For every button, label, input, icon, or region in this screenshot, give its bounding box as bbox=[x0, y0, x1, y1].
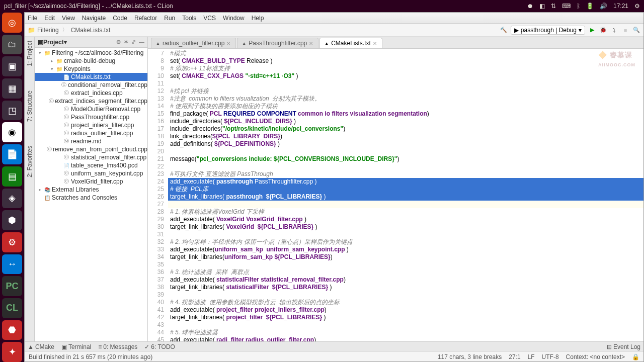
launcher-files-icon[interactable]: 🗂 bbox=[2, 35, 22, 55]
launcher-chrome-icon[interactable]: ◉ bbox=[2, 122, 22, 142]
tree-item[interactable]: ⓒremove_nan_from_point_cloud.cpp bbox=[35, 145, 147, 153]
close-icon[interactable]: ✕ bbox=[226, 41, 230, 46]
tree-item[interactable]: Ⓜreadme.md bbox=[35, 137, 147, 145]
tree-item[interactable]: ▾📁Keypoints bbox=[35, 65, 147, 73]
menu-navigate[interactable]: Navigate bbox=[82, 15, 106, 22]
status-enc[interactable]: UTF-8 bbox=[542, 353, 559, 360]
launcher-dash-icon[interactable]: ◎ bbox=[2, 13, 22, 33]
tree-item[interactable]: ⓒconditional_removal_filter.cpp bbox=[35, 81, 147, 89]
menubar: File Edit View Navigate Code Refactor Ru… bbox=[25, 13, 643, 24]
tree-item[interactable]: ⓒproject_inliers_filter.cpp bbox=[35, 121, 147, 129]
tray-bluetooth-icon[interactable]: ᛒ bbox=[577, 3, 580, 10]
tray-volume-icon[interactable]: 🔊 bbox=[600, 3, 607, 10]
menu-window[interactable]: Window bbox=[223, 15, 245, 22]
tray-app-icon[interactable]: ◧ bbox=[539, 3, 545, 10]
tree-item[interactable]: ⓒradius_outlier_filter.cpp bbox=[35, 129, 147, 137]
launcher-writer-icon[interactable]: 📄 bbox=[2, 144, 22, 164]
gear-icon[interactable]: ✶ bbox=[124, 39, 128, 45]
tree-item[interactable]: ⓒextract_indices.cpp bbox=[35, 89, 147, 97]
menu-code[interactable]: Code bbox=[113, 15, 127, 22]
tray-record-icon[interactable]: ⏺ bbox=[527, 3, 533, 10]
launcher-app5-icon[interactable]: ⬣ bbox=[2, 320, 22, 340]
attach-button[interactable]: ⤵ bbox=[610, 26, 618, 34]
menu-refactor[interactable]: Refactor bbox=[134, 15, 157, 22]
run-button[interactable]: ▶ bbox=[588, 26, 596, 34]
editor-tab[interactable]: ▲radius_outlier_filter.cpp✕ bbox=[151, 38, 236, 48]
crumb-folder-icon[interactable]: 📁 bbox=[28, 27, 35, 34]
tray-network-icon[interactable]: ⇅ bbox=[551, 3, 556, 10]
btab-cmake[interactable]: ▲ CMake bbox=[28, 343, 54, 350]
btab-messages[interactable]: ≡ 0: Messages bbox=[98, 343, 137, 350]
editor-tab[interactable]: ▲PassThroughfilter.cpp✕ bbox=[237, 38, 318, 48]
menu-vcs[interactable]: VCS bbox=[203, 15, 216, 22]
tree-scratches[interactable]: 📋Scratches and Consoles bbox=[35, 194, 147, 202]
btab-todo[interactable]: ✓ 6: TODO bbox=[144, 343, 175, 350]
close-icon[interactable]: ✕ bbox=[309, 41, 313, 46]
tree-item[interactable]: ▸📁cmake-build-debug bbox=[35, 57, 147, 65]
crumb-file[interactable]: CMakeLists.txt bbox=[71, 27, 111, 34]
breadcrumb: 📁 Filtering 〉 CMakeLists.txt bbox=[28, 26, 110, 34]
stop-button[interactable]: ■ bbox=[621, 26, 629, 34]
tree-item[interactable]: ⓒVoxelGrid_filter.cpp bbox=[35, 177, 147, 186]
status-sep[interactable]: LF bbox=[528, 353, 535, 360]
launcher-app6-icon[interactable]: ✦ bbox=[2, 342, 22, 362]
launcher-app-icon[interactable]: ▦ bbox=[2, 78, 22, 99]
tray-lang-icon[interactable]: ⌨ bbox=[562, 3, 571, 10]
minimize-icon[interactable]: — bbox=[139, 39, 144, 45]
status-lock-icon[interactable]: 🔒 bbox=[632, 353, 639, 360]
sidetab-structure[interactable]: 7: Structure bbox=[26, 88, 33, 124]
crumb-sep-icon: 〉 bbox=[62, 26, 68, 34]
launcher-app3-icon[interactable]: ◈ bbox=[2, 189, 22, 209]
event-log[interactable]: ⊟ Event Log bbox=[607, 343, 640, 350]
code-content[interactable]: #模式set( CMAKE_BUILD_TYPE Release )# 添加c+… bbox=[168, 49, 643, 341]
status-ctx[interactable]: Context: <no context> bbox=[566, 353, 625, 360]
tray-battery-icon[interactable]: 🔋 bbox=[586, 3, 594, 10]
tree-item[interactable]: ⓒPassThroughfilter.cpp bbox=[35, 113, 147, 121]
tray-clock[interactable]: 17:21 bbox=[613, 3, 628, 10]
bottom-toolwindow-bar: ▲ CMake ▣ Terminal ≡ 0: Messages ✓ 6: TO… bbox=[25, 341, 643, 351]
run-target-icon: ▶ bbox=[514, 27, 519, 34]
launcher-terminal-icon[interactable]: ▣ bbox=[2, 56, 22, 76]
run-config-label: passthrough | Debug bbox=[521, 27, 577, 34]
tree-item[interactable]: ⓒextract_indices_segment_filter.cpp bbox=[35, 97, 147, 105]
system-tray: ⏺ ◧ ⇅ ⌨ ᛒ 🔋 🔊 17:21 ⚙ bbox=[527, 3, 640, 10]
sidetab-project[interactable]: 1: Project bbox=[26, 39, 33, 68]
menu-edit[interactable]: Edit bbox=[44, 15, 55, 22]
window-title: pcl_filter [~/scz/aiimooc-3d/Filtering] … bbox=[4, 3, 173, 10]
build-icon[interactable]: 🔨 bbox=[500, 26, 508, 34]
tree-item[interactable]: ⓒuniform_sam_keypoint.cpp bbox=[35, 169, 147, 177]
launcher-calc-icon[interactable]: ▤ bbox=[2, 166, 22, 187]
launcher-settings-icon[interactable]: ⚙ bbox=[2, 232, 22, 252]
tree-item[interactable]: 📄CMakeLists.txt bbox=[35, 73, 147, 81]
menu-run[interactable]: Run bbox=[164, 15, 175, 22]
launcher-app4-icon[interactable]: ⬢ bbox=[2, 210, 22, 230]
launcher-pycharm-icon[interactable]: PC bbox=[2, 276, 22, 296]
project-tree[interactable]: ▾📁Filtering ~/scz/aiimooc-3d/Filtering ▸… bbox=[35, 48, 147, 341]
code-area[interactable]: 🔶 睿慕课AIIMOOC.COM 78910111213141516171819… bbox=[148, 49, 643, 341]
status-message: Build finished in 21 s 657 ms (20 minute… bbox=[29, 353, 152, 360]
run-config-selector[interactable]: ▶ passthrough | Debug ▾ bbox=[511, 26, 585, 35]
tree-item[interactable]: ⓒstatistical_removal_filter.cpp bbox=[35, 153, 147, 161]
tree-external-libs[interactable]: ▸📚External Libraries bbox=[35, 186, 147, 194]
close-icon[interactable]: ✕ bbox=[373, 41, 377, 46]
debug-button[interactable]: 🐞 bbox=[599, 26, 607, 34]
search-icon[interactable]: 🔍 bbox=[632, 26, 640, 34]
menu-help[interactable]: Help bbox=[252, 15, 264, 22]
hide-icon[interactable]: ⤢ bbox=[131, 39, 136, 45]
btab-terminal[interactable]: ▣ Terminal bbox=[61, 343, 91, 350]
crumb-root[interactable]: Filtering bbox=[37, 27, 59, 34]
launcher-app2-icon[interactable]: ◳ bbox=[2, 101, 22, 121]
sidetab-favorites[interactable]: 2: Favorites bbox=[26, 144, 33, 179]
menu-file[interactable]: File bbox=[28, 15, 37, 22]
menu-tools[interactable]: Tools bbox=[182, 15, 196, 22]
tree-item[interactable]: 📄table_scene_lms400.pcd bbox=[35, 161, 147, 169]
tree-root[interactable]: ▾📁Filtering ~/scz/aiimooc-3d/Filtering bbox=[35, 49, 147, 57]
launcher-teamviewer-icon[interactable]: ↔ bbox=[2, 254, 22, 275]
editor-tab[interactable]: ▲CMakeLists.txt✕ bbox=[319, 38, 382, 48]
tree-item[interactable]: ⓒModelOutlierRemoval.cpp bbox=[35, 105, 147, 113]
collapse-icon[interactable]: ⊖ bbox=[116, 39, 121, 45]
launcher-clion-icon[interactable]: CL bbox=[2, 298, 22, 318]
project-dropdown-icon[interactable]: ▾ bbox=[64, 39, 113, 46]
tray-gear-icon[interactable]: ⚙ bbox=[634, 3, 640, 10]
menu-view[interactable]: View bbox=[62, 15, 75, 22]
